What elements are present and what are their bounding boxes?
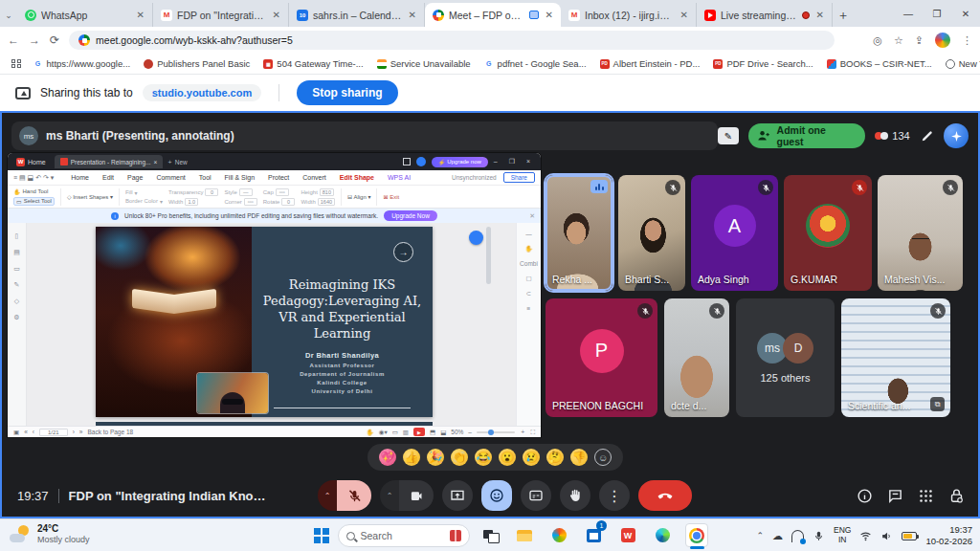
shape-tool-icon[interactable]: ▢: [525, 275, 531, 282]
reaction-sad[interactable]: 😢: [523, 449, 540, 466]
grab-tool-icon[interactable]: ✋: [524, 245, 532, 253]
apps-grid-icon[interactable]: [8, 59, 25, 69]
hand-tool-button[interactable]: ✋ Hand Tool: [13, 188, 55, 195]
bookmark-item[interactable]: PDAlbert Einstein - PD...: [595, 58, 705, 69]
hand-icon[interactable]: ✋: [367, 429, 374, 436]
fill-button[interactable]: Fill ▾: [125, 189, 163, 196]
tile-preenon-bagchi[interactable]: P PREENON BAGCHI: [546, 298, 657, 417]
tab-close-icon[interactable]: ✕: [814, 10, 826, 20]
bookmark-item[interactable]: New Tab: [941, 58, 980, 69]
profile-avatar[interactable]: [935, 33, 950, 48]
attachment-panel-icon[interactable]: ◇: [14, 298, 19, 305]
upgrade-now-button[interactable]: Upgrade Now: [384, 210, 437, 221]
tab-search-chevron-icon[interactable]: ⌄: [0, 4, 17, 27]
reaction-clap[interactable]: 👏: [451, 449, 468, 466]
transparency-field[interactable]: Transparency 0: [168, 188, 218, 196]
wps-office-button[interactable]: W: [616, 523, 639, 547]
height-field[interactable]: Height 810: [301, 188, 335, 196]
windows-start-button[interactable]: [314, 528, 329, 543]
back-to-page-link[interactable]: Back to Page 18: [87, 429, 133, 435]
canvas-scrollbar[interactable]: [486, 227, 491, 284]
style-field[interactable]: Style —: [224, 188, 256, 196]
menu-convert[interactable]: Convert: [297, 174, 332, 181]
tile-rekha[interactable]: Rekha ...: [546, 175, 612, 291]
wps-upgrade-pill[interactable]: ⚡ Upgrade now: [432, 157, 488, 167]
slideshow-play-button[interactable]: ▶: [413, 428, 425, 436]
activities-grid-icon[interactable]: [918, 488, 934, 504]
wps-layout-icon[interactable]: [403, 158, 411, 165]
mic-options-chevron-icon[interactable]: ⌃: [318, 480, 337, 511]
address-url[interactable]: meet.google.com/wyb-kskk-ahv?authuser=5: [96, 34, 293, 46]
copilot-button[interactable]: [547, 523, 570, 547]
chrome-button-active[interactable]: [685, 523, 708, 547]
tab-inbox[interactable]: M Inbox (12) - ijirg.india@gm ✕: [561, 3, 697, 27]
first-page-icon[interactable]: «: [24, 429, 28, 435]
settings-panel-icon[interactable]: ⚙: [13, 314, 19, 321]
tab-calendar[interactable]: 10 sahrs.in – Calendar - Tuesd ✕: [289, 3, 425, 27]
zoom-in-icon[interactable]: ＋: [520, 428, 526, 436]
forward-icon[interactable]: →: [29, 33, 40, 47]
close-button[interactable]: ✕: [951, 9, 980, 19]
annotate-pen-icon[interactable]: [920, 128, 935, 143]
exit-button[interactable]: ⊠ Exit: [383, 193, 399, 200]
menu-fill-sign[interactable]: Fill & Sign: [219, 174, 261, 181]
border-color-button[interactable]: Border Color ▾: [125, 198, 163, 205]
task-view-button[interactable]: [479, 523, 501, 547]
zoom-slider[interactable]: [477, 431, 515, 433]
wps-home-tab[interactable]: WHome: [11, 158, 51, 166]
collapse-icon[interactable]: —: [525, 231, 532, 237]
tab-close-icon[interactable]: ✕: [135, 10, 146, 20]
bookmark-item[interactable]: Service Unavailable: [372, 58, 476, 69]
menu-tool[interactable]: Tool: [193, 174, 217, 181]
thumbnail-panel-icon[interactable]: ▤: [13, 249, 20, 256]
bookmark-star-icon[interactable]: ☆: [894, 34, 903, 47]
onedrive-cloud-icon[interactable]: ☁: [772, 530, 783, 542]
zoom-level[interactable]: 50%: [451, 429, 463, 435]
volume-icon[interactable]: [880, 530, 893, 542]
bookmark-item[interactable]: Ghttps://www.google...: [29, 58, 136, 69]
tile-mahesh[interactable]: Mahesh Vis...: [878, 175, 963, 291]
wps-account-avatar[interactable]: [416, 157, 426, 166]
chat-icon[interactable]: [887, 488, 903, 504]
combine-label[interactable]: Combi: [520, 260, 538, 267]
wps-window-controls[interactable]: – ❐ ×: [494, 158, 537, 165]
reaction-heart[interactable]: 💖: [379, 449, 396, 466]
tab-close-icon[interactable]: ✕: [544, 10, 555, 20]
two-page-icon[interactable]: ▥: [403, 429, 409, 436]
taskbar-search[interactable]: Search: [338, 524, 470, 547]
microsoft-store-button[interactable]: 1: [582, 523, 605, 547]
captions-button[interactable]: [521, 480, 551, 511]
tile-scientific[interactable]: Scientific an... ⧉: [841, 298, 950, 417]
stroke-width-field[interactable]: Width 1.0: [168, 198, 218, 206]
meeting-details-icon[interactable]: [857, 488, 873, 504]
reaction-party[interactable]: 🎉: [427, 449, 444, 466]
menu-comment[interactable]: Comment: [150, 174, 190, 181]
view-mode-icon[interactable]: ◉▾: [379, 429, 388, 436]
mic-button-muted[interactable]: ⌃: [318, 480, 371, 511]
battery-icon[interactable]: [902, 532, 917, 540]
comment-panel-icon[interactable]: ▭: [13, 265, 20, 273]
list-tool-icon[interactable]: ≡: [527, 305, 531, 312]
mic-off-icon[interactable]: [337, 480, 371, 511]
tab-whatsapp[interactable]: WhatsApp ✕: [17, 3, 153, 27]
crop-tool-icon[interactable]: ⊂: [526, 290, 531, 298]
tile-bharti[interactable]: Bharti S...: [618, 175, 685, 291]
tab-close-icon[interactable]: ✕: [271, 10, 282, 20]
corner-buttons[interactable]: Corner ▫▫▫: [224, 198, 256, 206]
edge-button[interactable]: [651, 523, 674, 547]
preview-eye-icon[interactable]: ◎: [873, 34, 882, 47]
tile-others[interactable]: ms D 125 others: [736, 298, 835, 417]
tray-overflow-chevron-icon[interactable]: ⌃: [756, 531, 764, 540]
tile-action-icon[interactable]: ⧉: [930, 397, 945, 411]
bookmark-item[interactable]: Gpdfnet - Google Sea...: [479, 58, 591, 69]
microphone-tray-icon[interactable]: [813, 530, 825, 542]
wps-document-tab[interactable]: Presentation - Reimagining...×: [55, 155, 164, 168]
add-reaction-icon[interactable]: ☺: [594, 449, 612, 466]
wps-file-icons[interactable]: ≡ ▤ ⬓ ↶ ↷ ▾: [13, 174, 54, 182]
doc-tab-close-icon[interactable]: ×: [154, 159, 158, 165]
menu-page[interactable]: Page: [122, 174, 148, 181]
menu-edit-shape-active[interactable]: Edit Shape: [334, 174, 380, 181]
single-page-icon[interactable]: ▭: [392, 429, 398, 436]
file-explorer-button[interactable]: [513, 523, 536, 547]
minimize-button[interactable]: —: [894, 9, 923, 19]
